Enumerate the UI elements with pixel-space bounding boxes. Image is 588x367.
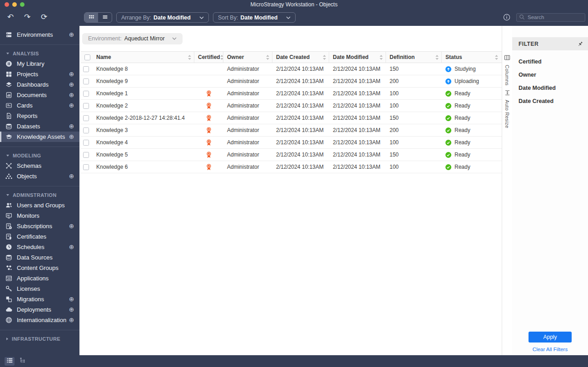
sort-arrows-icon[interactable] [323, 55, 326, 60]
filter-item-certified[interactable]: Certified [512, 55, 588, 68]
filter-item-owner[interactable]: Owner [512, 68, 588, 81]
add-circle-icon[interactable]: ⊕ [69, 307, 74, 313]
sidebar-item-documents[interactable]: Documents⊕ [0, 90, 79, 100]
sidebar-item-subscriptions[interactable]: Subscriptions⊕ [0, 221, 79, 231]
sidebar-item-monitors[interactable]: Monitors [0, 210, 79, 221]
sidebar-section-modeling[interactable]: MODELING [0, 151, 79, 161]
column-header-date-created[interactable]: Date Created [272, 52, 329, 63]
sidebar-item-dashboards[interactable]: Dashboards⊕ [0, 79, 79, 90]
tree-view-button[interactable] [18, 357, 28, 366]
table-row[interactable]: Knowledge 9Administrator2/12/2024 10:13A… [81, 75, 502, 88]
table-row[interactable]: Knowledge 3Administrator2/12/2024 10:13A… [81, 124, 502, 137]
row-checkbox[interactable] [83, 140, 89, 146]
sort-by-dropdown[interactable]: Sort By: Date Modified [213, 12, 296, 23]
minimize-window-button[interactable] [12, 2, 17, 7]
clear-all-filters-link[interactable]: Clear All Filters [533, 347, 568, 352]
sidebar-item-datasets[interactable]: Datasets⊕ [0, 121, 79, 132]
row-checkbox[interactable] [83, 66, 89, 72]
row-checkbox[interactable] [83, 91, 89, 97]
sort-arrows-icon[interactable] [435, 55, 439, 60]
row-checkbox[interactable] [83, 103, 89, 109]
sort-arrows-icon[interactable] [188, 55, 191, 60]
sidebar-item-data-sources[interactable]: Data Sources [0, 252, 79, 263]
select-all-checkbox[interactable] [84, 54, 90, 60]
row-checkbox[interactable] [83, 127, 89, 133]
sort-arrows-icon[interactable] [266, 55, 269, 60]
table-row[interactable]: Knowledge 1Administrator2/12/2024 10:13A… [81, 88, 502, 100]
table-row[interactable]: Knowledge 2Administrator2/12/2024 10:13A… [81, 100, 502, 112]
zoom-window-button[interactable] [20, 2, 25, 7]
row-checkbox[interactable] [83, 78, 89, 84]
sidebar-item-users-and-groups[interactable]: Users and Groups [0, 200, 79, 210]
sidebar-item-cards[interactable]: Cards⊕ [0, 100, 79, 111]
auto-resize-icon[interactable] [504, 90, 510, 96]
sidebar-item-my-library[interactable]: My Library [0, 59, 79, 69]
sidebar-item-applications[interactable]: Applications [0, 273, 79, 284]
pin-icon[interactable] [577, 41, 583, 47]
sidebar-item-schemas[interactable]: Schemas [0, 161, 79, 171]
column-header-name[interactable]: Name [93, 52, 194, 63]
add-circle-icon[interactable]: ⊕ [69, 103, 74, 108]
table-row[interactable]: Knowledge 4Administrator2/12/2024 10:13A… [81, 137, 502, 149]
list-view-button[interactable] [98, 13, 112, 22]
close-window-button[interactable] [5, 2, 9, 7]
column-header-date-modified[interactable]: Date Modified [329, 52, 386, 63]
add-circle-icon[interactable]: ⊕ [69, 123, 74, 129]
column-header-status[interactable]: Status [442, 52, 501, 63]
sidebar-item-certificates[interactable]: Certificates [0, 231, 79, 242]
column-header-certified[interactable]: Certified [194, 52, 223, 63]
sidebar-item-environments[interactable]: Environments⊕ [0, 29, 79, 40]
sidebar-section-analysis[interactable]: ANALYSIS [0, 49, 79, 59]
table-row[interactable]: Knowledge 6Administrator2/12/2024 10:13A… [81, 161, 502, 173]
sidebar-item-schedules[interactable]: Schedules⊕ [0, 242, 79, 252]
sidebar-item-projects[interactable]: Projects⊕ [0, 69, 79, 79]
sidebar-item-licenses[interactable]: Licenses [0, 284, 79, 294]
sidebar-item-internationalization[interactable]: Internationalization⊕ [0, 315, 79, 325]
table-row[interactable]: Knowledge 8Administrator2/12/2024 10:13A… [81, 63, 502, 75]
forward-icon[interactable]: ↷ [22, 11, 32, 22]
sidebar-section-adminstration[interactable]: ADMINSTRATION [0, 190, 79, 200]
add-circle-icon[interactable]: ⊕ [69, 32, 74, 38]
back-icon[interactable]: ↶ [5, 11, 15, 22]
sidebar-item-knowledge-assets[interactable]: Knowledge Assets⊕ [0, 132, 79, 142]
sort-arrows-icon[interactable] [495, 55, 498, 60]
sidebar-item-objects[interactable]: Objects⊕ [0, 171, 79, 181]
add-circle-icon[interactable]: ⊕ [69, 244, 74, 250]
add-circle-icon[interactable]: ⊕ [69, 173, 74, 179]
column-header-owner[interactable]: Owner [223, 52, 272, 63]
add-circle-icon[interactable]: ⊕ [69, 71, 74, 77]
sidebar-section-infrastructure[interactable]: INFRASTRUCTURE [0, 334, 79, 344]
auto-resize-tool-label[interactable]: Auto Resize [504, 100, 510, 128]
arrange-by-dropdown[interactable]: Arrange By: Date Modified [116, 12, 209, 23]
search-input[interactable] [516, 13, 585, 22]
add-circle-icon[interactable]: ⊕ [69, 134, 74, 140]
columns-tool-label[interactable]: Columns [504, 65, 510, 86]
row-checkbox[interactable] [83, 115, 89, 121]
add-circle-icon[interactable]: ⊕ [69, 317, 74, 323]
table-row[interactable]: Knowledge 2-2018-12-27 14:28:41.4Adminis… [81, 112, 502, 124]
sort-arrows-icon[interactable] [220, 55, 223, 60]
flat-list-view-button[interactable] [5, 357, 15, 366]
columns-icon[interactable] [504, 54, 510, 61]
row-checkbox[interactable] [83, 152, 89, 158]
refresh-icon[interactable]: ⟳ [39, 11, 49, 22]
add-circle-icon[interactable]: ⊕ [69, 82, 74, 88]
add-circle-icon[interactable]: ⊕ [69, 223, 74, 229]
sidebar-item-content-groups[interactable]: Content Groups [0, 263, 79, 273]
apply-button[interactable]: Apply [529, 332, 572, 343]
add-circle-icon[interactable]: ⊕ [69, 92, 74, 98]
environment-dropdown[interactable]: Environment: Aqueduct Mirror [82, 33, 183, 44]
filter-item-date-created[interactable]: Date Created [512, 94, 588, 108]
add-circle-icon[interactable]: ⊕ [69, 296, 74, 302]
info-icon[interactable] [503, 14, 510, 21]
row-checkbox[interactable] [83, 164, 89, 170]
column-header-definition[interactable]: Definition [386, 52, 442, 63]
sidebar-item-reports[interactable]: Reports [0, 111, 79, 121]
grid-view-button[interactable] [84, 13, 98, 22]
filter-item-date-modified[interactable]: Date Modified [512, 81, 588, 94]
sort-arrows-icon[interactable] [380, 55, 383, 60]
table-row[interactable]: Knowledge 5Administrator2/12/2024 10:13A… [81, 149, 502, 161]
sidebar-item-migrations[interactable]: Migrations⊕ [0, 294, 79, 304]
window-title: MicroStrategy Workstation - Objects [251, 1, 338, 8]
sidebar-item-deployments[interactable]: Deployments⊕ [0, 304, 79, 315]
